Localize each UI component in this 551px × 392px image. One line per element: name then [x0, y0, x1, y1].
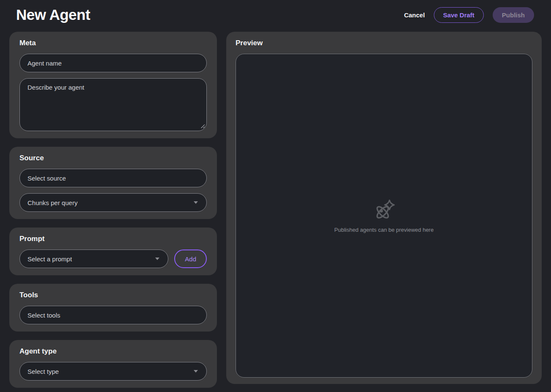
agent-type-card: Agent type Select type: [9, 340, 217, 388]
preview-panel: Preview Published agents can be previewe…: [226, 32, 542, 384]
add-prompt-button[interactable]: Add: [174, 249, 207, 268]
chevron-down-icon: [194, 201, 198, 204]
preview-empty-state: Published agents can be previewed here: [236, 54, 532, 378]
source-card: Source Chunks per query: [9, 147, 217, 219]
agent-type-section-title: Agent type: [19, 347, 207, 356]
save-draft-button[interactable]: Save Draft: [434, 7, 484, 23]
publish-button[interactable]: Publish: [493, 7, 534, 23]
source-section-title: Source: [19, 154, 207, 162]
prompt-section-title: Prompt: [19, 234, 207, 243]
tools-card: Tools: [9, 284, 217, 332]
prompt-select-value: Select a prompt: [27, 255, 72, 263]
meta-section-title: Meta: [19, 38, 207, 47]
agent-description-wrap: [19, 78, 207, 131]
select-source-input[interactable]: [19, 169, 207, 187]
chunks-per-query-select[interactable]: Chunks per query: [19, 193, 207, 212]
cancel-button[interactable]: Cancel: [404, 11, 425, 19]
preview-column: Preview Published agents can be previewe…: [226, 32, 542, 384]
select-tools-input[interactable]: [19, 306, 207, 324]
page-header: New Agent Cancel Save Draft Publish: [0, 0, 551, 30]
preview-empty-text: Published agents can be previewed here: [334, 227, 434, 233]
agent-type-value: Select type: [27, 368, 59, 375]
agent-name-input[interactable]: [19, 54, 207, 72]
agent-description-textarea[interactable]: [19, 78, 207, 131]
agent-sparkle-icon: [372, 199, 396, 223]
prompt-card: Prompt Select a prompt Add: [9, 228, 217, 275]
chevron-down-icon: [194, 370, 198, 373]
preview-section-title: Preview: [236, 38, 532, 47]
prompt-row: Select a prompt Add: [19, 249, 207, 268]
tools-section-title: Tools: [19, 291, 207, 299]
form-column: Meta Source Chunks per query Prompt Sele…: [9, 32, 217, 388]
meta-card: Meta: [9, 32, 217, 138]
prompt-select[interactable]: Select a prompt: [19, 249, 168, 268]
main-content: Meta Source Chunks per query Prompt Sele…: [0, 30, 551, 388]
chunks-per-query-value: Chunks per query: [27, 199, 77, 206]
agent-type-select[interactable]: Select type: [19, 362, 207, 381]
header-actions: Cancel Save Draft Publish: [404, 7, 534, 23]
page-title: New Agent: [16, 6, 90, 23]
chevron-down-icon: [155, 258, 159, 260]
